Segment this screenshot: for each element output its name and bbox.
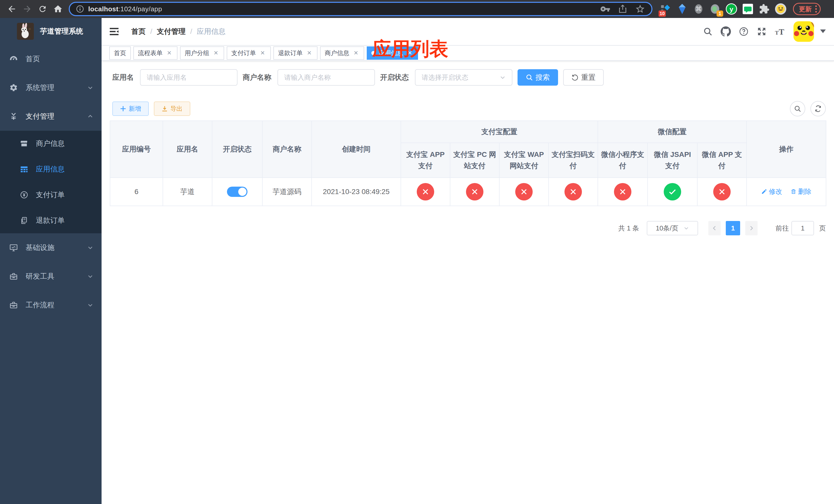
show-search-button[interactable] <box>790 101 805 116</box>
app-name-input[interactable] <box>140 69 238 86</box>
app-title: 芋道管理系统 <box>40 26 83 36</box>
address-bar[interactable]: localhost:1024/pay/app <box>69 2 653 16</box>
help-icon[interactable] <box>739 26 749 37</box>
page-annotation-title: 应用列表 <box>372 37 448 62</box>
export-button[interactable]: 导出 <box>154 101 190 116</box>
filter-form: 应用名 商户名称 开启状态 请选择开启状态 搜索 重置 <box>112 69 826 86</box>
breadcrumb-home[interactable]: 首页 <box>131 27 146 37</box>
sidebar-item-refund-orders[interactable]: 退款订单 <box>0 208 102 233</box>
profile-avatar-icon[interactable] <box>774 3 787 15</box>
edit-button[interactable]: 修改 <box>761 187 782 196</box>
search-button[interactable]: 搜索 <box>518 69 558 86</box>
tab-user-group[interactable]: 用户分组✕ <box>180 46 224 60</box>
sidebar-item-merchant-info[interactable]: 商户信息 <box>0 131 102 156</box>
tab-payment-orders[interactable]: 支付订单✕ <box>227 46 271 60</box>
home-icon[interactable] <box>51 2 65 16</box>
status-select[interactable]: 请选择开启状态 <box>415 69 512 86</box>
password-key-icon[interactable] <box>600 4 610 14</box>
extension-proxy-icon[interactable]: 1 <box>709 3 721 15</box>
chevron-down-icon <box>87 245 93 251</box>
back-icon[interactable] <box>5 2 19 16</box>
alipay-pc-status-icon <box>466 183 483 201</box>
col-alipay-qr: 支付宝扫码支付 <box>549 143 598 178</box>
col-wechat-app: 微信 APP 支付 <box>697 143 747 178</box>
cell-created: 2021-10-23 08:49:25 <box>312 178 401 206</box>
col-alipay-wap: 支付宝 WAP 网站支付 <box>499 143 549 178</box>
sidebar-item-devtools[interactable]: 研发工具 <box>0 262 102 291</box>
tab-refund-orders[interactable]: 退款订单✕ <box>273 46 317 60</box>
tab-process-form[interactable]: 流程表单✕ <box>133 46 177 60</box>
caret-down-icon[interactable] <box>820 29 826 33</box>
sidebar-item-payment-orders[interactable]: 支付订单 <box>0 182 102 208</box>
share-icon[interactable] <box>618 4 628 14</box>
chevron-down-icon <box>87 85 93 91</box>
user-avatar[interactable] <box>793 21 814 42</box>
svg-text:⌘: ⌘ <box>696 5 702 13</box>
sidebar-toggle-icon[interactable] <box>109 27 119 37</box>
extension-command-icon[interactable]: ⌘ <box>693 3 705 15</box>
extension-badge: 1 <box>717 10 723 17</box>
close-icon[interactable]: ✕ <box>352 49 359 56</box>
refresh-button[interactable] <box>810 101 826 116</box>
page-number-1[interactable]: 1 <box>726 221 740 235</box>
close-icon[interactable]: ✕ <box>212 49 220 56</box>
close-icon[interactable]: ✕ <box>306 49 313 56</box>
sidebar-item-home[interactable]: 首页 <box>0 45 102 73</box>
goto-page-input[interactable]: 1 <box>791 221 814 235</box>
chevron-up-icon <box>87 113 93 119</box>
forward-icon[interactable] <box>21 2 34 16</box>
delete-button[interactable]: 删除 <box>790 187 811 196</box>
merchant-name-label: 商户名称 <box>243 72 278 82</box>
github-icon[interactable] <box>721 26 731 37</box>
breadcrumb: 首页 / 支付管理 / 应用信息 <box>131 27 226 37</box>
close-icon[interactable]: ✕ <box>259 49 266 56</box>
extensions-puzzle-icon[interactable] <box>758 3 770 15</box>
reload-icon[interactable] <box>36 2 49 16</box>
goto-label: 前往 <box>775 224 789 233</box>
page-unit-label: 页 <box>819 224 826 233</box>
sidebar-item-app-info[interactable]: 应用信息 <box>0 156 102 182</box>
status-toggle[interactable] <box>227 187 247 197</box>
sidebar-item-system[interactable]: 系统管理 <box>0 73 102 102</box>
page-size-select[interactable]: 10条/页 <box>647 221 698 235</box>
pagination-total: 共 1 条 <box>618 224 639 233</box>
col-group-alipay: 支付宝配置 <box>401 121 598 143</box>
browser-toolbar: localhost:1024/pay/app 10 ⌘ 1 y 更新 <box>0 0 834 18</box>
extension-selenium-icon[interactable]: 10 <box>660 3 672 15</box>
next-page-button[interactable] <box>745 221 758 235</box>
sidebar-item-workflow[interactable]: 工作流程 <box>0 291 102 319</box>
shop-icon <box>20 139 28 148</box>
sidebar-item-infrastructure[interactable]: 基础设施 <box>0 233 102 262</box>
svg-text:y: y <box>730 5 733 13</box>
browser-menu-icon[interactable] <box>815 5 817 13</box>
cell-app-id: 6 <box>110 178 163 206</box>
prev-page-button[interactable] <box>708 221 721 235</box>
app-name-label: 应用名 <box>112 72 140 82</box>
add-button[interactable]: 新增 <box>112 101 149 116</box>
tags-view: 首页 流程表单✕ 用户分组✕ 支付订单✕ 退款订单✕ 商户信息✕ 应用信息✕ <box>102 46 834 61</box>
app-logo-row[interactable]: 芋道管理系统 <box>0 18 102 45</box>
toolbox-icon <box>9 301 18 310</box>
alipay-app-status-icon <box>417 183 434 201</box>
tab-home[interactable]: 首页 <box>109 46 131 60</box>
breadcrumb-payment[interactable]: 支付管理 <box>157 27 186 37</box>
font-size-icon[interactable]: TT <box>774 26 785 37</box>
wechat-mini-status-icon <box>614 183 631 201</box>
sidebar-item-payment[interactable]: 支付管理 <box>0 102 102 131</box>
close-icon[interactable]: ✕ <box>166 49 173 56</box>
search-icon[interactable] <box>703 26 713 37</box>
bookmark-star-icon[interactable] <box>635 4 645 14</box>
reset-button[interactable]: 重置 <box>563 69 604 86</box>
extension-yuque-icon[interactable]: y <box>725 3 738 15</box>
browser-update-button[interactable]: 更新 <box>793 3 821 15</box>
extension-wechat-devtools-icon[interactable] <box>742 3 754 15</box>
url-text: localhost:1024/pay/app <box>88 5 162 13</box>
col-group-wechat: 微信配置 <box>598 121 747 143</box>
col-wechat-mini: 微信小程序支付 <box>598 143 648 178</box>
pagination: 共 1 条 10条/页 1 前往 1 页 <box>110 221 826 235</box>
app-table: 应用编号 应用名 开启状态 商户名称 创建时间 支付宝配置 微信配置 操作 支付… <box>110 120 826 206</box>
fullscreen-icon[interactable] <box>756 26 767 37</box>
merchant-name-input[interactable] <box>278 69 375 86</box>
tab-merchant-info[interactable]: 商户信息✕ <box>320 46 364 60</box>
extension-gem-icon[interactable] <box>676 3 688 15</box>
